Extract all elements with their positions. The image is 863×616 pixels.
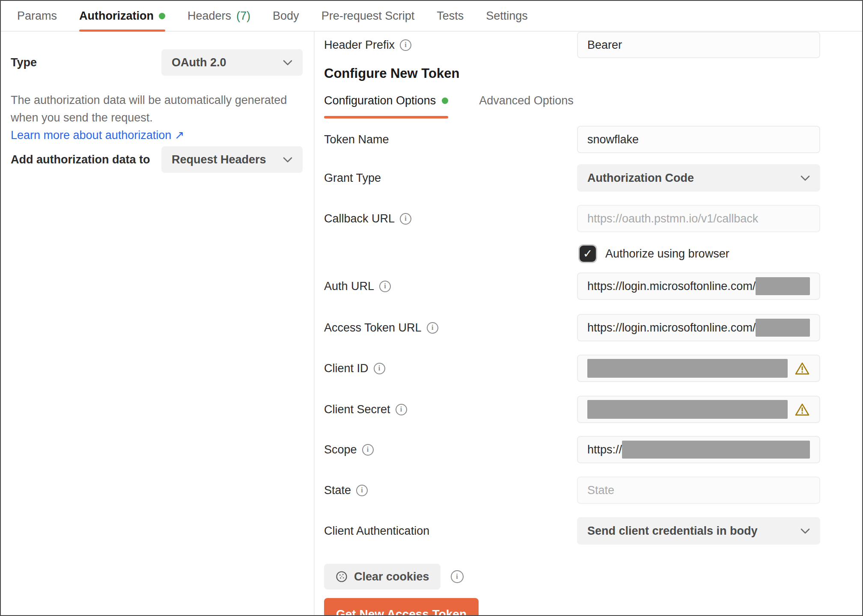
info-icon[interactable]: i	[400, 39, 411, 51]
warning-icon	[795, 403, 810, 417]
token-name-input[interactable]	[577, 126, 820, 153]
token-subtabs: Configuration Options Advanced Options	[324, 94, 574, 118]
add-authorization-data-to-label: Add authorization data to	[11, 146, 150, 173]
request-editor-window: Params Authorization Headers (7) Body Pr…	[0, 0, 863, 616]
chevron-down-icon	[801, 528, 810, 534]
auth-url-value: https://login.microsoftonline.com/	[587, 280, 756, 293]
state-input[interactable]	[577, 477, 820, 504]
auth-description-line1: The authorization data will be automatic…	[11, 92, 310, 109]
tab-body[interactable]: Body	[273, 1, 299, 31]
auth-description: The authorization data will be automatic…	[11, 92, 310, 144]
configure-new-token-title: Configure New Token	[324, 66, 459, 81]
client-authentication-dropdown[interactable]: Send client credentials in body	[577, 517, 820, 545]
access-token-url-field[interactable]: https://login.microsoftonline.com/	[577, 314, 820, 341]
client-secret-field[interactable]	[577, 396, 820, 423]
auth-url-label: Auth URL i	[324, 272, 391, 300]
tab-label: Params	[17, 9, 57, 23]
tab-label: Settings	[486, 9, 528, 23]
client-secret-label: Client Secret i	[324, 396, 407, 423]
tab-authorization[interactable]: Authorization	[79, 1, 165, 31]
info-icon[interactable]: i	[400, 213, 411, 225]
tab-label: Authorization	[79, 9, 154, 23]
info-icon[interactable]: i	[356, 485, 368, 496]
state-label: State i	[324, 477, 368, 504]
client-id-field[interactable]	[577, 355, 820, 382]
info-icon[interactable]: i	[374, 363, 385, 374]
tab-pre-request-script[interactable]: Pre-request Script	[321, 1, 415, 31]
get-new-access-token-button[interactable]: Get New Access Token	[324, 598, 479, 616]
header-prefix-input[interactable]	[577, 32, 820, 58]
tab-label: Tests	[437, 9, 464, 23]
chevron-down-icon	[801, 175, 810, 181]
add-to-dropdown[interactable]: Request Headers	[161, 146, 303, 173]
info-icon[interactable]: i	[427, 322, 438, 334]
auth-type-dropdown[interactable]: OAuth 2.0	[161, 49, 303, 76]
panel-divider	[314, 31, 315, 615]
scope-field[interactable]: https://	[577, 436, 820, 463]
scope-label: Scope i	[324, 436, 374, 463]
callback-url-label: Callback URL i	[324, 205, 411, 232]
token-name-label: Token Name	[324, 126, 389, 153]
redacted-value-block	[587, 400, 788, 419]
cookie-icon	[335, 570, 348, 583]
authorize-browser-checkbox[interactable]: ✓	[580, 246, 596, 262]
tab-label: Body	[273, 9, 299, 23]
grant-type-label: Grant Type	[324, 164, 381, 192]
grant-type-dropdown[interactable]: Authorization Code	[577, 164, 820, 192]
tab-label: Headers	[187, 9, 231, 23]
tab-params[interactable]: Params	[17, 1, 57, 31]
tab-headers[interactable]: Headers (7)	[187, 1, 250, 31]
client-id-label: Client ID i	[324, 355, 385, 382]
info-icon[interactable]: i	[362, 444, 374, 456]
auth-url-field[interactable]: https://login.microsoftonline.com/	[577, 272, 820, 300]
scope-value: https://	[587, 443, 622, 456]
chevron-down-icon	[283, 60, 292, 65]
access-token-url-value: https://login.microsoftonline.com/	[587, 321, 756, 335]
clear-cookies-button[interactable]: Clear cookies	[324, 564, 440, 589]
clear-cookies-label: Clear cookies	[354, 570, 429, 583]
add-to-value: Request Headers	[172, 153, 266, 166]
tab-settings[interactable]: Settings	[486, 1, 528, 31]
chevron-down-icon	[283, 157, 292, 163]
info-icon[interactable]: i	[379, 281, 391, 292]
clear-cookies-row: Clear cookies i	[324, 564, 464, 589]
info-icon[interactable]: i	[396, 404, 407, 415]
green-status-dot-icon	[159, 13, 165, 19]
client-authentication-label: Client Authentication	[324, 517, 429, 545]
warning-icon	[795, 361, 810, 376]
callback-url-input[interactable]	[577, 205, 820, 232]
request-tab-bar: Params Authorization Headers (7) Body Pr…	[1, 1, 862, 32]
redacted-value-block	[756, 277, 810, 295]
header-prefix-label: Header Prefix i	[324, 32, 411, 58]
auth-description-line2: when you send the request.	[11, 109, 310, 127]
authorize-browser-row: ✓ Authorize using browser	[580, 246, 729, 262]
access-token-url-label: Access Token URL i	[324, 314, 438, 341]
grant-type-value: Authorization Code	[587, 172, 694, 185]
type-label: Type	[11, 49, 37, 76]
subtab-advanced-options[interactable]: Advanced Options	[479, 94, 574, 118]
client-authentication-value: Send client credentials in body	[587, 524, 758, 538]
authorize-browser-label[interactable]: Authorize using browser	[605, 247, 729, 261]
tab-label: Pre-request Script	[321, 9, 415, 23]
redacted-value-block	[756, 319, 810, 337]
info-icon[interactable]: i	[451, 570, 464, 583]
external-link-icon: ↗	[175, 129, 185, 142]
green-status-dot-icon	[442, 98, 448, 104]
headers-count-badge: (7)	[236, 9, 250, 23]
learn-more-link[interactable]: Learn more about authorization ↗	[11, 127, 310, 144]
subtab-configuration-options[interactable]: Configuration Options	[324, 94, 448, 118]
redacted-value-block	[622, 441, 810, 459]
checkmark-icon: ✓	[583, 247, 593, 261]
auth-type-value: OAuth 2.0	[172, 56, 226, 69]
redacted-value-block	[587, 359, 788, 378]
tab-tests[interactable]: Tests	[437, 1, 464, 31]
